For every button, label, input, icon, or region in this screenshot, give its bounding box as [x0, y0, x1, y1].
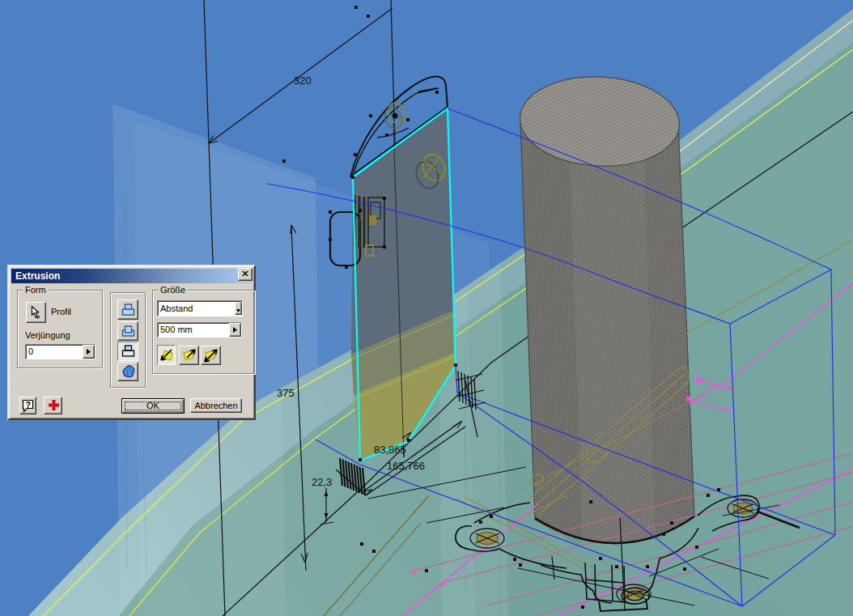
svg-text:?: ? — [26, 400, 31, 410]
svg-text:83,865: 83,865 — [374, 444, 406, 456]
svg-text:165,766: 165,766 — [387, 460, 425, 472]
svg-text:320: 320 — [294, 74, 312, 87]
svg-text:22,3: 22,3 — [312, 476, 332, 488]
svg-text:375: 375 — [277, 387, 295, 399]
